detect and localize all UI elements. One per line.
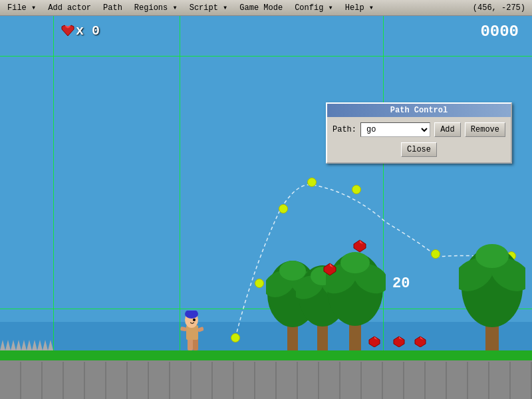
svg-point-39 bbox=[193, 319, 196, 321]
path-dot-1[interactable] bbox=[231, 333, 240, 342]
grid-line-v2 bbox=[180, 16, 180, 362]
menu-help[interactable]: Help ▾ bbox=[339, 1, 380, 15]
dialog-body: Path: go Add Remove Close bbox=[327, 117, 511, 162]
path-select[interactable]: go bbox=[360, 122, 430, 137]
cursor-coords: (456, -275) bbox=[467, 2, 531, 14]
menu-script[interactable]: Script ▾ bbox=[184, 1, 234, 15]
path-dot-4[interactable] bbox=[307, 178, 317, 187]
menu-file[interactable]: File ▾ bbox=[1, 1, 42, 15]
path-dot-2[interactable] bbox=[255, 279, 264, 288]
stone-tiles bbox=[0, 362, 532, 399]
dialog-titlebar: Path Control bbox=[327, 104, 511, 117]
close-button[interactable]: Close bbox=[401, 142, 437, 157]
path-dot-5[interactable] bbox=[352, 185, 361, 194]
menu-add-actor[interactable]: Add actor bbox=[42, 1, 97, 15]
remove-button[interactable]: Remove bbox=[465, 122, 505, 137]
gem-ground-2 bbox=[392, 335, 406, 347]
path-dot-3[interactable] bbox=[279, 204, 288, 213]
close-row: Close bbox=[332, 142, 505, 157]
gem-tree-2 bbox=[352, 239, 367, 253]
path-row: Path: go Add Remove bbox=[332, 122, 505, 137]
svg-point-21 bbox=[475, 244, 509, 268]
game-viewport: x 0 0000 20 bbox=[0, 16, 532, 399]
path-control-dialog: Path Control Path: go Add Remove Close bbox=[326, 102, 512, 164]
dialog-title: Path Control bbox=[390, 106, 448, 115]
menu-game-mode[interactable]: Game Mode bbox=[233, 1, 289, 15]
hud-score: 0000 bbox=[480, 23, 519, 41]
gem-tree-1 bbox=[323, 262, 337, 277]
add-button[interactable]: Add bbox=[434, 122, 461, 137]
palm-tree-4 bbox=[459, 244, 525, 350]
player-character bbox=[180, 311, 203, 350]
gem-ground-3 bbox=[414, 335, 427, 347]
hud-lives: x 0 bbox=[60, 23, 100, 39]
grid-line-v1 bbox=[53, 16, 54, 362]
menubar: File ▾ Add actor Path Regions ▾ Script ▾… bbox=[0, 0, 532, 16]
score-field: 20 bbox=[392, 275, 410, 292]
grid-line-h1 bbox=[0, 56, 532, 57]
menu-regions[interactable]: Regions ▾ bbox=[128, 1, 184, 15]
path-dot-6[interactable] bbox=[431, 249, 440, 259]
lives-count: x 0 bbox=[76, 23, 100, 39]
heart-icon bbox=[60, 23, 76, 39]
svg-point-16 bbox=[340, 252, 370, 273]
path-label: Path: bbox=[332, 125, 356, 134]
menu-config[interactable]: Config ▾ bbox=[289, 1, 339, 15]
svg-rect-35 bbox=[180, 327, 187, 331]
gem-ground-1 bbox=[368, 335, 381, 347]
menu-path[interactable]: Path bbox=[97, 1, 128, 15]
